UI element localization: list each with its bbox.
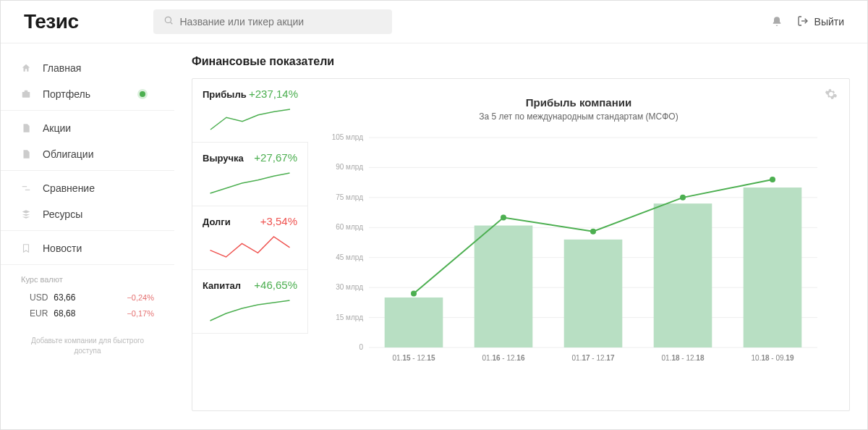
sparkline bbox=[203, 295, 297, 324]
sparkline bbox=[203, 168, 297, 197]
sidebar: Главная Портфель Акции Облигации Сравнен… bbox=[1, 43, 174, 429]
svg-text:15 млрд: 15 млрд bbox=[336, 313, 363, 321]
sidebar-item-label: Новости bbox=[43, 243, 82, 254]
svg-point-0 bbox=[166, 17, 171, 22]
sidebar-item-label: Облигации bbox=[43, 148, 94, 160]
rate-code: USD bbox=[30, 292, 48, 303]
search-box[interactable] bbox=[153, 9, 392, 34]
doc-icon bbox=[21, 149, 33, 159]
svg-text:75 млрд: 75 млрд bbox=[336, 193, 363, 201]
svg-text:30 млрд: 30 млрд bbox=[336, 283, 363, 291]
metric-change: +46,65% bbox=[254, 279, 297, 291]
svg-text:90 млрд: 90 млрд bbox=[336, 163, 363, 171]
search-icon bbox=[163, 15, 174, 28]
svg-point-31 bbox=[770, 177, 775, 182]
svg-rect-24 bbox=[564, 240, 623, 347]
svg-text:105 млрд: 105 млрд bbox=[332, 133, 364, 141]
rates-section: Курс валют USD 63,66 −0,24% EUR 68,68 −0… bbox=[1, 269, 174, 327]
metrics-panel: Прибыль +237,14% Выручка +27,67% bbox=[192, 78, 850, 411]
rate-change: −0,24% bbox=[127, 293, 154, 302]
metric-change: +27,67% bbox=[254, 151, 297, 164]
svg-point-28 bbox=[501, 214, 506, 220]
gear-icon[interactable] bbox=[825, 88, 838, 104]
metric-card-revenue[interactable]: Выручка +27,67% bbox=[192, 143, 308, 206]
sidebar-item-news[interactable]: Новости bbox=[1, 235, 174, 265]
home-icon bbox=[21, 63, 33, 73]
svg-text:01.17 - 12.17: 01.17 - 12.17 bbox=[572, 354, 615, 362]
rate-value: 68,68 bbox=[54, 308, 75, 319]
sidebar-item-label: Ресурсы bbox=[43, 208, 82, 220]
metric-change: +3,54% bbox=[260, 215, 297, 227]
bookmark-icon bbox=[21, 243, 33, 253]
briefcase-icon bbox=[21, 89, 33, 99]
svg-text:01.16 - 12.16: 01.16 - 12.16 bbox=[482, 354, 525, 362]
metric-card-capital[interactable]: Капитал +46,65% bbox=[192, 270, 308, 334]
svg-rect-25 bbox=[654, 203, 712, 347]
sidebar-item-compare[interactable]: Сравнение bbox=[1, 175, 174, 201]
logout-icon bbox=[797, 15, 809, 29]
main-chart: 015 млрд30 млрд45 млрд60 млрд75 млрд90 м… bbox=[326, 130, 832, 376]
compare-icon bbox=[21, 183, 33, 193]
sidebar-item-label: Сравнение bbox=[43, 182, 95, 194]
sidebar-item-label: Акции bbox=[43, 122, 71, 134]
sparkline bbox=[203, 104, 298, 133]
rate-code: EUR bbox=[30, 308, 48, 319]
sidebar-item-home[interactable]: Главная bbox=[1, 55, 174, 81]
svg-line-1 bbox=[171, 22, 173, 25]
resources-icon bbox=[21, 209, 33, 219]
metric-name: Капитал bbox=[203, 280, 241, 291]
metric-name: Выручка bbox=[203, 153, 244, 164]
metric-card-profit[interactable]: Прибыль +237,14% bbox=[192, 79, 308, 143]
rate-value: 63,66 bbox=[54, 292, 75, 303]
svg-rect-23 bbox=[475, 226, 533, 347]
main-content: Финансовые показатели Прибыль +237,14% В… bbox=[174, 43, 867, 429]
metric-name: Долги bbox=[203, 216, 231, 227]
chart-subtitle: За 5 лет по международным стандартам (МС… bbox=[326, 111, 832, 122]
header: Тезис Выйти bbox=[1, 1, 867, 43]
svg-point-29 bbox=[590, 229, 596, 235]
metric-card-debt[interactable]: Долги +3,54% bbox=[192, 206, 308, 270]
svg-rect-22 bbox=[385, 298, 443, 347]
rate-row: USD 63,66 −0,24% bbox=[21, 290, 154, 305]
metric-name: Прибыль bbox=[203, 89, 247, 100]
page-title: Финансовые показатели bbox=[192, 55, 850, 68]
metric-list: Прибыль +237,14% Выручка +27,67% bbox=[192, 79, 308, 410]
logo: Тезис bbox=[24, 10, 78, 33]
rate-change: −0,17% bbox=[127, 309, 154, 318]
sidebar-hint: Добавьте компании для быстрого доступа bbox=[1, 327, 174, 365]
svg-text:10.18 - 09.19: 10.18 - 09.19 bbox=[752, 354, 794, 362]
svg-text:01.18 - 12.18: 01.18 - 12.18 bbox=[662, 354, 705, 362]
svg-point-30 bbox=[680, 195, 686, 201]
status-dot bbox=[140, 91, 145, 97]
svg-text:01.15 - 12.15: 01.15 - 12.15 bbox=[393, 354, 435, 362]
sidebar-item-portfolio[interactable]: Портфель bbox=[1, 81, 174, 111]
doc-icon bbox=[21, 123, 33, 133]
logout-label: Выйти bbox=[814, 16, 844, 28]
search-input[interactable] bbox=[179, 16, 382, 28]
svg-text:45 млрд: 45 млрд bbox=[336, 253, 363, 261]
chart-title: Прибыль компании bbox=[326, 96, 832, 109]
svg-rect-3 bbox=[22, 92, 30, 98]
rate-row: EUR 68,68 −0,17% bbox=[21, 305, 154, 321]
svg-text:60 млрд: 60 млрд bbox=[336, 223, 363, 231]
sidebar-item-resources[interactable]: Ресурсы bbox=[1, 201, 174, 231]
svg-point-27 bbox=[411, 290, 417, 296]
rates-title: Курс валют bbox=[21, 275, 154, 284]
chart-area: Прибыль компании За 5 лет по международн… bbox=[308, 79, 849, 410]
svg-text:0: 0 bbox=[359, 343, 363, 351]
sidebar-item-bonds[interactable]: Облигации bbox=[1, 141, 174, 171]
sidebar-item-label: Главная bbox=[43, 62, 81, 74]
bell-icon[interactable] bbox=[771, 16, 783, 28]
sidebar-item-label: Портфель bbox=[43, 88, 90, 100]
sidebar-item-stocks[interactable]: Акции bbox=[1, 115, 174, 141]
sparkline bbox=[203, 232, 297, 261]
logout-button[interactable]: Выйти bbox=[797, 15, 844, 29]
metric-change: +237,14% bbox=[249, 88, 298, 100]
svg-rect-26 bbox=[744, 187, 802, 347]
